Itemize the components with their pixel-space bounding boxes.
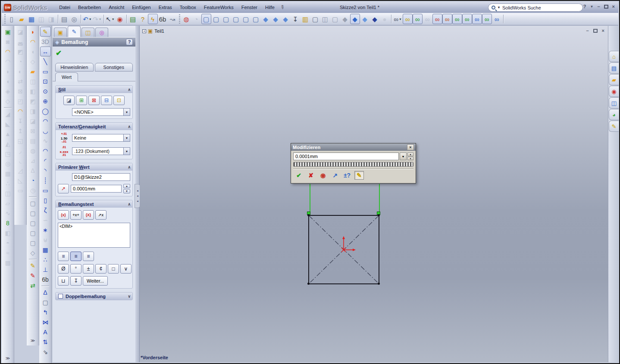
- hole-wizard-icon[interactable]: ◎: [3, 159, 13, 168]
- hide-show-points-icon[interactable]: ∞: [482, 14, 492, 24]
- display-shaded-icon[interactable]: ◆: [360, 14, 370, 24]
- open-icon[interactable]: ▰: [17, 14, 27, 24]
- doc-close-button[interactable]: ×: [602, 28, 604, 33]
- centerline-symbol-icon[interactable]: ¢: [95, 264, 106, 274]
- graphics-viewport[interactable]: + ▣ Teil1 – ×: [140, 26, 608, 362]
- tab-hinweislinien[interactable]: Hinweislinien: [55, 63, 94, 72]
- hide-show-temporary-axes-icon[interactable]: ∞: [423, 14, 432, 24]
- taskpane-file-explorer-icon[interactable]: ▰: [609, 74, 619, 85]
- restore-button[interactable]: [604, 5, 608, 9]
- check-sketch-icon[interactable]: ↝: [168, 14, 178, 24]
- separator[interactable]: [40, 284, 51, 287]
- toleranz-group-header[interactable]: Toleranz/Genauigkeit ∧: [56, 123, 132, 130]
- mirror-entities-icon[interactable]: ⋈: [40, 317, 51, 327]
- options-icon[interactable]: ▤: [128, 14, 138, 24]
- linear-sketch-pattern-icon[interactable]: ▦: [40, 245, 51, 255]
- print-preview-icon[interactable]: ◎: [69, 14, 79, 24]
- tab-propertymanager[interactable]: ✎: [68, 26, 81, 37]
- load-style-icon[interactable]: ⊡: [113, 96, 125, 105]
- tab-sonstiges[interactable]: Sonstiges: [95, 63, 133, 72]
- more-buttons-chevron[interactable]: ≫: [3, 353, 13, 363]
- separator[interactable]: [79, 14, 82, 24]
- separator[interactable]: [28, 195, 38, 198]
- tab-featuremanager[interactable]: ▣: [54, 28, 67, 37]
- toolbar-drag-handle[interactable]: [3, 14, 7, 24]
- convert-entities-icon[interactable]: ↰: [40, 307, 51, 317]
- separator[interactable]: [3, 106, 13, 109]
- toolbar-drag-handle[interactable]: [178, 14, 182, 24]
- override-value-icon[interactable]: (X): [83, 210, 94, 220]
- view-orientation-icon[interactable]: ◍: [182, 14, 191, 24]
- shaded-sketch-contours-icon[interactable]: ▢: [40, 297, 51, 307]
- back-view-icon[interactable]: ▢: [211, 14, 221, 24]
- spinner-up-icon[interactable]: ▲: [123, 184, 130, 188]
- extruded-boss-icon[interactable]: ▣: [3, 27, 13, 37]
- expand-chevron-icon[interactable]: ∨: [128, 294, 130, 299]
- modify-dropdown-icon[interactable]: ▼: [400, 152, 407, 160]
- tree-expander[interactable]: +: [142, 29, 146, 33]
- taskpane-custom-properties-icon[interactable]: ✎: [609, 121, 619, 132]
- offset-text-icon[interactable]: +x+: [70, 210, 81, 220]
- base-flange-icon[interactable]: ↧: [15, 116, 26, 126]
- left-view-icon[interactable]: ▢: [221, 14, 231, 24]
- surface-revolve-icon[interactable]: ◠: [28, 37, 38, 47]
- view-settings-glasses-icon[interactable]: ∞ ▼: [393, 14, 403, 24]
- sketch-icon[interactable]: ✎: [40, 27, 51, 37]
- hide-show-coordinate-systems-icon[interactable]: ∞: [442, 14, 452, 24]
- depth-symbol-icon[interactable]: ↧: [70, 276, 81, 286]
- chevron-down-icon[interactable]: ▼: [123, 148, 130, 155]
- parabola-icon[interactable]: ◡: [40, 126, 51, 136]
- delete-style-icon[interactable]: ⊠: [88, 96, 100, 105]
- delete-face-icon[interactable]: ⊠: [28, 126, 38, 136]
- align-right-icon[interactable]: ≡: [83, 252, 94, 261]
- plus-minus-symbol-icon[interactable]: ±: [83, 264, 94, 274]
- spline-icon[interactable]: ζ: [40, 205, 51, 215]
- modify-sketch-icon[interactable]: ⇅: [40, 337, 51, 347]
- close-button[interactable]: ×: [612, 4, 615, 9]
- spell-check-icon[interactable]: 6b: [158, 14, 168, 24]
- fold-icon[interactable]: ◺: [15, 175, 26, 185]
- standard-view-cube-3-icon[interactable]: ▢: [28, 218, 38, 228]
- hem-icon[interactable]: ◞: [15, 146, 26, 156]
- sketch-vertex[interactable]: [378, 283, 380, 285]
- modify-ok-icon[interactable]: ✔: [294, 171, 304, 180]
- revolved-cut-icon[interactable]: ◠: [3, 56, 13, 66]
- display-shaded-with-edges-icon[interactable]: ◆: [350, 14, 360, 24]
- separator[interactable]: [390, 14, 393, 24]
- separator[interactable]: [102, 14, 105, 24]
- search-box[interactable]: ▼ SolidWorks Suche: [488, 3, 583, 12]
- chevron-down-icon[interactable]: ▼: [123, 109, 130, 115]
- new-document-icon[interactable]: ▯: [7, 14, 17, 24]
- point-icon[interactable]: ∗: [40, 225, 51, 235]
- pattern-table-icon[interactable]: ▩: [3, 258, 13, 268]
- text-position-icon[interactable]: ↗x: [95, 210, 106, 220]
- spline-on-surface-icon[interactable]: ∿: [40, 136, 51, 146]
- link-entities-icon[interactable]: ⇄: [28, 280, 38, 290]
- split-icon[interactable]: ◐: [15, 66, 26, 76]
- sketch-vertex[interactable]: [378, 214, 380, 216]
- menu-item[interactable]: Datei: [55, 3, 74, 12]
- standard-view-cube-6-icon[interactable]: ◇: [28, 248, 38, 258]
- surface-extend-icon[interactable]: ◨: [28, 106, 38, 116]
- intersect-icon[interactable]: ◩: [15, 47, 26, 56]
- edit-sketch-icon[interactable]: ✎: [28, 261, 38, 271]
- hide-show-annotations-icon[interactable]: ∞: [472, 14, 482, 24]
- ruled-surface-icon[interactable]: ⊿: [28, 156, 38, 165]
- insert-sketch-icon[interactable]: ✎: [28, 271, 38, 280]
- trim-entities-icon[interactable]: ⊎: [40, 235, 51, 245]
- sheet-metal-icon[interactable]: ◧: [3, 228, 13, 238]
- doc-restore-button[interactable]: [593, 29, 598, 33]
- save-style-icon[interactable]: ⊟: [101, 96, 112, 105]
- display-hidden-lines-removed-icon[interactable]: ▢: [330, 14, 340, 24]
- taskpane-appearances-icon[interactable]: ◕: [609, 109, 619, 120]
- style-dropdown[interactable]: <NONE> ▼: [72, 108, 130, 116]
- dimension-value-field[interactable]: [71, 185, 122, 193]
- hide-show-planes-icon[interactable]: ∞: [403, 14, 413, 24]
- precision-dropdown[interactable]: .123 (Dokument) ▼: [72, 147, 130, 155]
- spinner-up-icon[interactable]: ▲: [407, 152, 413, 156]
- surface-extrude-icon[interactable]: ◖: [28, 47, 38, 56]
- weiter-button[interactable]: Weiter...: [83, 276, 108, 286]
- square-symbol-icon[interactable]: □: [108, 264, 119, 274]
- sheetmetal-bend-icon[interactable]: ◠: [15, 106, 26, 116]
- surface-knit-icon[interactable]: ◧: [28, 86, 38, 96]
